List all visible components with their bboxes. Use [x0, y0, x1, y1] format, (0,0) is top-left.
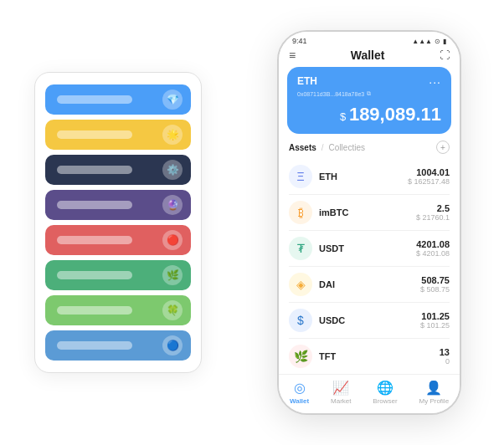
- nav-item-browser[interactable]: 🌐 Browser: [373, 380, 397, 405]
- stack-card-5[interactable]: 🌿: [45, 260, 191, 290]
- asset-name-usdt: USDT: [319, 243, 416, 253]
- asset-row-dai[interactable]: ◈ DAI 508.75 $ 508.75: [289, 267, 450, 303]
- nav-label-3: My Profile: [419, 397, 450, 405]
- stack-card-icon-5: 🌿: [162, 265, 183, 285]
- nav-icon-2: 🌐: [377, 380, 393, 396]
- nav-icon-1: 📈: [332, 380, 349, 396]
- asset-amounts-eth: 1004.01 $ 162517.48: [408, 167, 450, 186]
- asset-name-imbtc: imBTC: [319, 207, 416, 217]
- asset-icon-usdc: $: [289, 309, 312, 332]
- asset-icon-eth: Ξ: [289, 165, 312, 188]
- stack-card-icon-0: 💎: [162, 90, 183, 110]
- stack-card-2[interactable]: ⚙️: [45, 155, 191, 185]
- asset-name-usdc: USDC: [319, 315, 420, 325]
- asset-name-tft: TFT: [319, 351, 440, 361]
- page-title: Wallet: [351, 49, 385, 62]
- eth-amount-prefix: $: [340, 110, 349, 123]
- tab-divider: /: [321, 143, 324, 152]
- eth-amount-value: 189,089.11: [349, 104, 441, 125]
- eth-address: 0x08711d3B...8418a78e3 ⧉: [297, 90, 441, 97]
- asset-qty-imbtc: 2.5: [416, 203, 450, 213]
- assets-tabs: Assets / Collecties: [289, 143, 365, 152]
- stack-card-label-2: [57, 166, 132, 174]
- asset-row-usdt[interactable]: ₮ USDT 4201.08 $ 4201.08: [289, 231, 450, 267]
- asset-usd-eth: $ 162517.48: [408, 177, 450, 186]
- stack-card-icon-1: 🌟: [162, 125, 183, 145]
- asset-name-eth: ETH: [319, 171, 408, 182]
- menu-icon[interactable]: ≡: [289, 49, 296, 62]
- add-asset-button[interactable]: +: [436, 141, 450, 154]
- stack-card-label-0: [57, 95, 132, 104]
- nav-icon-3: 👤: [425, 380, 442, 396]
- phone-header: ≡ Wallet ⛶: [279, 45, 460, 67]
- asset-amounts-tft: 13 0: [440, 347, 450, 366]
- stack-card-icon-3: 🔮: [162, 195, 183, 215]
- stack-card-7[interactable]: 🔵: [45, 330, 191, 361]
- stack-card-4[interactable]: 🔴: [45, 225, 191, 255]
- asset-list: Ξ ETH 1004.01 $ 162517.48 ₿ imBTC 2.5 $ …: [279, 159, 460, 374]
- eth-card-top: ETH ···: [297, 75, 441, 89]
- wifi-icon: ⊙: [435, 38, 440, 45]
- asset-qty-eth: 1004.01: [408, 167, 450, 177]
- eth-dots[interactable]: ···: [429, 75, 441, 89]
- stack-card-label-4: [57, 236, 132, 244]
- assets-header: Assets / Collecties +: [279, 141, 460, 159]
- eth-card: ETH ··· 0x08711d3B...8418a78e3 ⧉ $ 189,0…: [287, 67, 451, 134]
- asset-icon-imbtc: ₿: [289, 201, 312, 224]
- asset-usd-tft: 0: [440, 357, 450, 366]
- stack-card-icon-4: 🔴: [162, 230, 183, 250]
- nav-label-0: Wallet: [290, 397, 309, 405]
- status-icons: ▲▲▲ ⊙ ▮: [412, 38, 446, 45]
- asset-usd-usdt: $ 4201.08: [416, 249, 450, 258]
- nav-item-my-profile[interactable]: 👤 My Profile: [419, 380, 450, 405]
- bottom-nav: ◎ Wallet 📈 Market 🌐 Browser 👤 My Profile: [279, 374, 460, 413]
- tab-collecties[interactable]: Collecties: [329, 143, 365, 152]
- asset-qty-usdt: 4201.08: [416, 239, 450, 249]
- stack-card-0[interactable]: 💎: [45, 84, 191, 115]
- asset-amounts-dai: 508.75 $ 508.75: [420, 275, 450, 294]
- asset-amounts-usdc: 101.25 $ 101.25: [420, 311, 450, 330]
- asset-qty-tft: 13: [440, 347, 450, 357]
- asset-row-eth[interactable]: Ξ ETH 1004.01 $ 162517.48: [289, 159, 450, 195]
- scene: 💎 🌟 ⚙️ 🔮 🔴 🌿 🍀 🔵 9:41 ▲: [18, 13, 486, 432]
- asset-icon-tft: 🌿: [289, 345, 312, 368]
- stack-card-label-5: [57, 271, 132, 279]
- stack-card-icon-6: 🍀: [162, 300, 183, 320]
- status-bar: 9:41 ▲▲▲ ⊙ ▮: [279, 32, 460, 45]
- nav-label-1: Market: [331, 397, 351, 405]
- copy-icon[interactable]: ⧉: [367, 90, 371, 97]
- tab-assets[interactable]: Assets: [289, 143, 316, 152]
- signal-icon: ▲▲▲: [412, 38, 432, 45]
- expand-icon[interactable]: ⛶: [440, 49, 450, 61]
- asset-icon-usdt: ₮: [289, 237, 312, 260]
- nav-item-wallet[interactable]: ◎ Wallet: [290, 380, 309, 405]
- status-time: 9:41: [292, 37, 307, 45]
- asset-usd-dai: $ 508.75: [420, 285, 450, 294]
- stack-card-6[interactable]: 🍀: [45, 295, 191, 325]
- battery-icon: ▮: [443, 38, 446, 45]
- asset-row-imbtc[interactable]: ₿ imBTC 2.5 $ 21760.1: [289, 195, 450, 231]
- eth-amount: $ 189,089.11: [297, 104, 441, 125]
- asset-icon-dai: ◈: [289, 273, 312, 296]
- stack-card-icon-2: ⚙️: [162, 160, 183, 180]
- asset-row-tft[interactable]: 🌿 TFT 13 0: [289, 339, 450, 374]
- stack-card-label-6: [57, 306, 132, 315]
- nav-label-2: Browser: [373, 397, 397, 405]
- stack-card-1[interactable]: 🌟: [45, 120, 191, 150]
- stack-card-label-3: [57, 201, 132, 209]
- asset-usd-imbtc: $ 21760.1: [416, 213, 450, 222]
- asset-amounts-usdt: 4201.08 $ 4201.08: [416, 239, 450, 258]
- phone: 9:41 ▲▲▲ ⊙ ▮ ≡ Wallet ⛶ ETH ··· 0x08711d…: [277, 30, 461, 415]
- stack-card-label-7: [57, 341, 132, 350]
- nav-item-market[interactable]: 📈 Market: [331, 380, 351, 405]
- asset-amounts-imbtc: 2.5 $ 21760.1: [416, 203, 450, 222]
- asset-name-dai: DAI: [319, 279, 420, 289]
- asset-usd-usdc: $ 101.25: [420, 321, 450, 330]
- asset-qty-dai: 508.75: [420, 275, 450, 285]
- card-stack: 💎 🌟 ⚙️ 🔮 🔴 🌿 🍀 🔵: [34, 72, 202, 373]
- asset-row-usdc[interactable]: $ USDC 101.25 $ 101.25: [289, 303, 450, 339]
- nav-icon-0: ◎: [294, 380, 306, 396]
- stack-card-3[interactable]: 🔮: [45, 190, 191, 220]
- stack-card-label-1: [57, 130, 132, 139]
- eth-label: ETH: [297, 75, 317, 87]
